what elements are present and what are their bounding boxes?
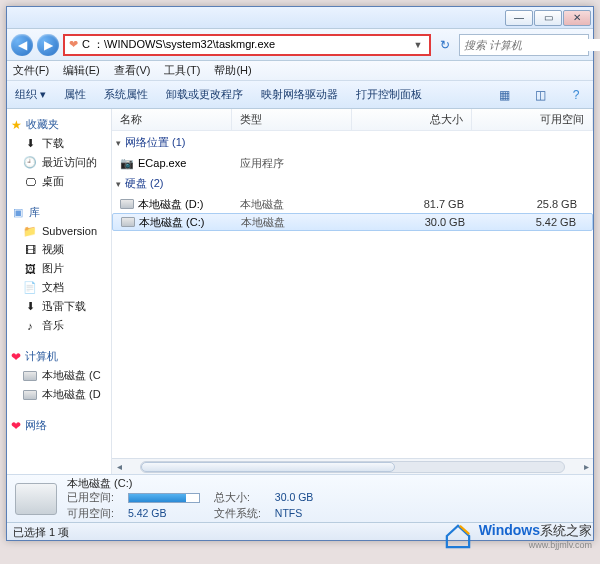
scroll-thumb[interactable] bbox=[141, 462, 395, 472]
back-button[interactable]: ◀ bbox=[11, 34, 33, 56]
sidebar-item-downloads[interactable]: ⬇下载 bbox=[9, 134, 109, 153]
star-icon: ★ bbox=[11, 118, 22, 132]
minimize-button[interactable]: — bbox=[505, 10, 533, 26]
fs-value: NTFS bbox=[275, 507, 314, 521]
forward-button[interactable]: ▶ bbox=[37, 34, 59, 56]
col-type[interactable]: 类型 bbox=[232, 109, 352, 130]
computer-label: 计算机 bbox=[25, 349, 58, 364]
sidebar-item-subversion[interactable]: 📁Subversion bbox=[9, 222, 109, 240]
help-icon[interactable]: ? bbox=[567, 88, 585, 102]
search-input[interactable] bbox=[464, 39, 600, 51]
menu-tools[interactable]: 工具(T) bbox=[164, 63, 200, 78]
heart-icon: ❤ bbox=[11, 350, 21, 364]
sidebar-item-pictures[interactable]: 🖼图片 bbox=[9, 259, 109, 278]
free-label: 可用空间: bbox=[67, 507, 114, 521]
search-box[interactable]: 🔍 bbox=[459, 34, 589, 56]
list-item-selected[interactable]: 本地磁盘 (C:) 本地磁盘 30.0 GB 5.42 GB bbox=[112, 213, 593, 231]
address-bar[interactable]: ❤ ▼ bbox=[63, 34, 431, 56]
desktop-icon: 🖵 bbox=[23, 175, 37, 189]
horizontal-scrollbar[interactable]: ◂ ▸ bbox=[112, 458, 593, 474]
system-properties-button[interactable]: 系统属性 bbox=[104, 87, 148, 102]
list-item[interactable]: 📷ECap.exe 应用程序 bbox=[112, 154, 593, 172]
sidebar-item-video[interactable]: 🎞视频 bbox=[9, 240, 109, 259]
scroll-right-icon[interactable]: ▸ bbox=[579, 461, 593, 472]
folder-icon: 📁 bbox=[23, 224, 37, 238]
nav-bar: ◀ ▶ ❤ ▼ ↻ 🔍 bbox=[7, 29, 593, 61]
total-label: 总大小: bbox=[214, 491, 261, 505]
library-header[interactable]: ▣ 库 bbox=[9, 201, 109, 222]
watermark-suffix: 系统之家 bbox=[540, 523, 592, 538]
drive-icon bbox=[121, 217, 135, 227]
sidebar-item-recent[interactable]: 🕘最近访问的 bbox=[9, 153, 109, 172]
used-label: 已用空间: bbox=[67, 491, 114, 505]
address-input[interactable] bbox=[82, 39, 407, 51]
drive-icon bbox=[23, 390, 37, 400]
organize-button[interactable]: 组织 ▾ bbox=[15, 87, 46, 102]
video-icon: 🎞 bbox=[23, 243, 37, 257]
drive-large-icon bbox=[15, 483, 57, 515]
group-disk[interactable]: ▾ 硬盘 (2) bbox=[112, 172, 593, 195]
watermark: Windows系统之家 www.bjjmlv.com bbox=[443, 522, 592, 550]
explorer-window: — ▭ ✕ ◀ ▶ ❤ ▼ ↻ 🔍 文件(F) 编辑(E) 查看(V) 工具(T… bbox=[6, 6, 594, 541]
sidebar-item-documents[interactable]: 📄文档 bbox=[9, 278, 109, 297]
heart-icon: ❤ bbox=[69, 38, 78, 51]
picture-icon: 🖼 bbox=[23, 262, 37, 276]
group-network-location[interactable]: ▾ 网络位置 (1) bbox=[112, 131, 593, 154]
app-icon: 📷 bbox=[120, 156, 134, 170]
scroll-track[interactable] bbox=[140, 461, 565, 473]
menu-view[interactable]: 查看(V) bbox=[114, 63, 151, 78]
sidebar-item-drive-c[interactable]: 本地磁盘 (C bbox=[9, 366, 109, 385]
menu-bar: 文件(F) 编辑(E) 查看(V) 工具(T) 帮助(H) bbox=[7, 61, 593, 81]
favorites-label: 收藏夹 bbox=[26, 117, 59, 132]
refresh-button[interactable]: ↻ bbox=[435, 36, 455, 54]
sidebar: ★ 收藏夹 ⬇下载 🕘最近访问的 🖵桌面 ▣ 库 📁Subversion 🎞视频… bbox=[7, 109, 112, 474]
titlebar: — ▭ ✕ bbox=[7, 7, 593, 29]
collapse-icon: ▾ bbox=[116, 138, 121, 148]
drive-icon bbox=[23, 371, 37, 381]
view-mode-icon[interactable]: ▦ bbox=[495, 88, 513, 102]
network-header[interactable]: ❤ 网络 bbox=[9, 414, 109, 435]
close-button[interactable]: ✕ bbox=[563, 10, 591, 26]
sidebar-item-xunlei[interactable]: ⬇迅雷下载 bbox=[9, 297, 109, 316]
content-pane: 名称 类型 总大小 可用空间 ▾ 网络位置 (1) 📷ECap.exe 应用程序… bbox=[112, 109, 593, 474]
music-icon: ♪ bbox=[23, 319, 37, 333]
house-icon bbox=[443, 523, 473, 549]
uninstall-button[interactable]: 卸载或更改程序 bbox=[166, 87, 243, 102]
document-icon: 📄 bbox=[23, 281, 37, 295]
col-total[interactable]: 总大小 bbox=[352, 109, 472, 130]
scroll-left-icon[interactable]: ◂ bbox=[112, 461, 126, 472]
network-label: 网络 bbox=[25, 418, 47, 433]
watermark-url: www.bjjmlv.com bbox=[479, 540, 592, 550]
sidebar-item-desktop[interactable]: 🖵桌面 bbox=[9, 172, 109, 191]
list-item[interactable]: 本地磁盘 (D:) 本地磁盘 81.7 GB 25.8 GB bbox=[112, 195, 593, 213]
menu-file[interactable]: 文件(F) bbox=[13, 63, 49, 78]
recent-icon: 🕘 bbox=[23, 156, 37, 170]
collapse-icon: ▾ bbox=[116, 179, 121, 189]
column-headers: 名称 类型 总大小 可用空间 bbox=[112, 109, 593, 131]
heart-icon: ❤ bbox=[11, 419, 21, 433]
details-pane: 本地磁盘 (C:) 已用空间: 总大小: 30.0 GB 可用空间: 5.42 … bbox=[7, 474, 593, 522]
favorites-header[interactable]: ★ 收藏夹 bbox=[9, 113, 109, 134]
col-name[interactable]: 名称 bbox=[112, 109, 232, 130]
download-icon: ⬇ bbox=[23, 137, 37, 151]
map-drive-button[interactable]: 映射网络驱动器 bbox=[261, 87, 338, 102]
library-icon: ▣ bbox=[11, 206, 25, 220]
menu-help[interactable]: 帮助(H) bbox=[214, 63, 251, 78]
menu-edit[interactable]: 编辑(E) bbox=[63, 63, 100, 78]
details-title: 本地磁盘 (C:) bbox=[67, 476, 313, 491]
preview-pane-icon[interactable]: ◫ bbox=[531, 88, 549, 102]
control-panel-button[interactable]: 打开控制面板 bbox=[356, 87, 422, 102]
sidebar-item-music[interactable]: ♪音乐 bbox=[9, 316, 109, 335]
main-area: ★ 收藏夹 ⬇下载 🕘最近访问的 🖵桌面 ▣ 库 📁Subversion 🎞视频… bbox=[7, 109, 593, 474]
usage-bar bbox=[128, 491, 200, 505]
col-free[interactable]: 可用空间 bbox=[472, 109, 593, 130]
free-value: 5.42 GB bbox=[128, 507, 200, 521]
toolbar: 组织 ▾ 属性 系统属性 卸载或更改程序 映射网络驱动器 打开控制面板 ▦ ◫ … bbox=[7, 81, 593, 109]
sidebar-item-drive-d[interactable]: 本地磁盘 (D bbox=[9, 385, 109, 404]
computer-header[interactable]: ❤ 计算机 bbox=[9, 345, 109, 366]
properties-button[interactable]: 属性 bbox=[64, 87, 86, 102]
maximize-button[interactable]: ▭ bbox=[534, 10, 562, 26]
address-dropdown-icon[interactable]: ▼ bbox=[411, 40, 425, 50]
watermark-brand: Windows bbox=[479, 522, 540, 538]
total-value: 30.0 GB bbox=[275, 491, 314, 505]
